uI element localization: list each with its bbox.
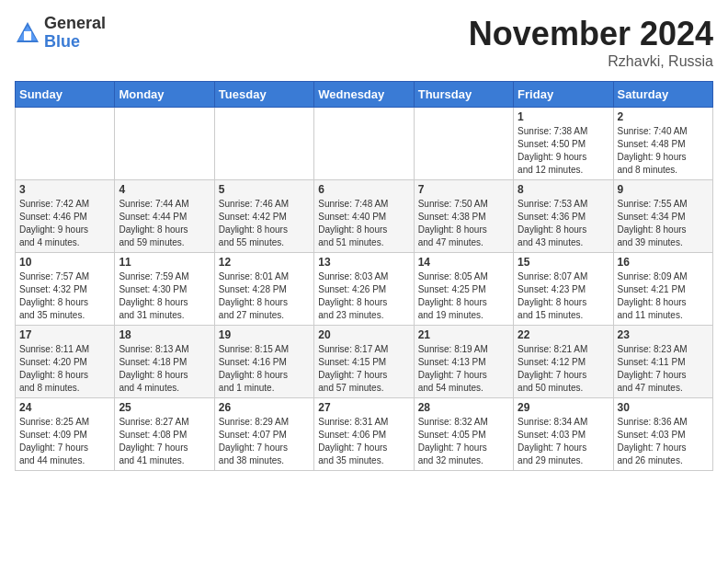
weekday-header-monday: Monday [115, 82, 214, 108]
day-number: 22 [518, 328, 609, 341]
logo-text: General Blue [44, 15, 106, 52]
day-number: 7 [418, 183, 509, 196]
week-row-5: 24Sunrise: 8:25 AM Sunset: 4:09 PM Dayli… [16, 398, 713, 471]
day-number: 19 [219, 328, 310, 341]
calendar: SundayMondayTuesdayWednesdayThursdayFrid… [15, 81, 713, 471]
day-cell: 12Sunrise: 8:01 AM Sunset: 4:28 PM Dayli… [214, 253, 313, 326]
day-number: 12 [219, 256, 310, 269]
day-number: 9 [618, 183, 709, 196]
day-number: 6 [318, 183, 409, 196]
week-row-4: 17Sunrise: 8:11 AM Sunset: 4:20 PM Dayli… [16, 326, 713, 398]
weekday-header-friday: Friday [514, 82, 613, 108]
day-number: 16 [618, 256, 709, 269]
day-info: Sunrise: 8:27 AM Sunset: 4:08 PM Dayligh… [119, 416, 210, 467]
day-number: 1 [518, 110, 609, 123]
day-number: 2 [618, 110, 709, 123]
day-number: 3 [19, 183, 110, 196]
day-info: Sunrise: 8:13 AM Sunset: 4:18 PM Dayligh… [119, 343, 210, 395]
day-cell: 2Sunrise: 7:40 AM Sunset: 4:48 PM Daylig… [613, 108, 712, 180]
day-info: Sunrise: 7:38 AM Sunset: 4:50 PM Dayligh… [518, 125, 609, 177]
day-cell: 29Sunrise: 8:34 AM Sunset: 4:03 PM Dayli… [514, 398, 613, 471]
day-cell: 19Sunrise: 8:15 AM Sunset: 4:16 PM Dayli… [214, 326, 313, 398]
day-info: Sunrise: 7:48 AM Sunset: 4:40 PM Dayligh… [318, 198, 409, 249]
day-cell: 4Sunrise: 7:44 AM Sunset: 4:44 PM Daylig… [115, 180, 214, 253]
day-number: 8 [518, 183, 609, 196]
logo-icon [15, 20, 40, 46]
logo-blue-text: Blue [44, 33, 106, 52]
day-info: Sunrise: 8:11 AM Sunset: 4:20 PM Dayligh… [19, 343, 110, 395]
day-cell: 14Sunrise: 8:05 AM Sunset: 4:25 PM Dayli… [414, 253, 513, 326]
day-number: 26 [219, 401, 310, 414]
day-info: Sunrise: 8:09 AM Sunset: 4:21 PM Dayligh… [618, 270, 709, 322]
day-info: Sunrise: 7:55 AM Sunset: 4:34 PM Dayligh… [618, 198, 709, 249]
day-info: Sunrise: 7:40 AM Sunset: 4:48 PM Dayligh… [618, 125, 709, 177]
day-number: 27 [318, 401, 409, 414]
day-cell: 13Sunrise: 8:03 AM Sunset: 4:26 PM Dayli… [314, 253, 414, 326]
weekday-header-row: SundayMondayTuesdayWednesdayThursdayFrid… [16, 82, 713, 108]
day-number: 25 [119, 401, 210, 414]
day-cell: 9Sunrise: 7:55 AM Sunset: 4:34 PM Daylig… [613, 180, 712, 253]
day-number: 10 [19, 256, 110, 269]
day-info: Sunrise: 8:15 AM Sunset: 4:16 PM Dayligh… [219, 343, 310, 395]
day-cell: 25Sunrise: 8:27 AM Sunset: 4:08 PM Dayli… [115, 398, 214, 471]
svg-rect-2 [24, 31, 31, 40]
day-number: 15 [518, 256, 609, 269]
day-info: Sunrise: 8:17 AM Sunset: 4:15 PM Dayligh… [318, 343, 409, 395]
day-number: 17 [19, 328, 110, 341]
day-info: Sunrise: 7:44 AM Sunset: 4:44 PM Dayligh… [119, 198, 210, 249]
day-cell: 24Sunrise: 8:25 AM Sunset: 4:09 PM Dayli… [16, 398, 115, 471]
day-info: Sunrise: 8:36 AM Sunset: 4:03 PM Dayligh… [618, 416, 709, 467]
day-info: Sunrise: 7:50 AM Sunset: 4:38 PM Dayligh… [418, 198, 509, 249]
day-cell: 10Sunrise: 7:57 AM Sunset: 4:32 PM Dayli… [16, 253, 115, 326]
day-number: 28 [418, 401, 509, 414]
logo: General Blue [15, 15, 106, 52]
day-info: Sunrise: 8:31 AM Sunset: 4:06 PM Dayligh… [318, 416, 409, 467]
day-info: Sunrise: 8:05 AM Sunset: 4:25 PM Dayligh… [418, 270, 509, 322]
day-cell: 22Sunrise: 8:21 AM Sunset: 4:12 PM Dayli… [514, 326, 613, 398]
weekday-header-tuesday: Tuesday [214, 82, 313, 108]
day-cell: 6Sunrise: 7:48 AM Sunset: 4:40 PM Daylig… [314, 180, 414, 253]
day-info: Sunrise: 8:01 AM Sunset: 4:28 PM Dayligh… [219, 270, 310, 322]
weekday-header-thursday: Thursday [414, 82, 513, 108]
week-row-3: 10Sunrise: 7:57 AM Sunset: 4:32 PM Dayli… [16, 253, 713, 326]
day-info: Sunrise: 8:29 AM Sunset: 4:07 PM Dayligh… [219, 416, 310, 467]
week-row-2: 3Sunrise: 7:42 AM Sunset: 4:46 PM Daylig… [16, 180, 713, 253]
day-cell: 30Sunrise: 8:36 AM Sunset: 4:03 PM Dayli… [613, 398, 712, 471]
day-cell: 1Sunrise: 7:38 AM Sunset: 4:50 PM Daylig… [514, 108, 613, 180]
day-info: Sunrise: 8:03 AM Sunset: 4:26 PM Dayligh… [318, 270, 409, 322]
weekday-header-sunday: Sunday [16, 82, 115, 108]
day-cell: 26Sunrise: 8:29 AM Sunset: 4:07 PM Dayli… [214, 398, 313, 471]
day-info: Sunrise: 8:21 AM Sunset: 4:12 PM Dayligh… [518, 343, 609, 395]
day-cell [414, 108, 513, 180]
day-cell: 18Sunrise: 8:13 AM Sunset: 4:18 PM Dayli… [115, 326, 214, 398]
location: Rzhavki, Russia [469, 53, 713, 70]
day-cell [16, 108, 115, 180]
day-info: Sunrise: 7:42 AM Sunset: 4:46 PM Dayligh… [19, 198, 110, 249]
day-number: 11 [119, 256, 210, 269]
day-number: 14 [418, 256, 509, 269]
day-cell: 27Sunrise: 8:31 AM Sunset: 4:06 PM Dayli… [314, 398, 414, 471]
day-info: Sunrise: 8:25 AM Sunset: 4:09 PM Dayligh… [19, 416, 110, 467]
day-cell: 23Sunrise: 8:23 AM Sunset: 4:11 PM Dayli… [613, 326, 712, 398]
day-number: 21 [418, 328, 509, 341]
day-info: Sunrise: 8:34 AM Sunset: 4:03 PM Dayligh… [518, 416, 609, 467]
weekday-header-saturday: Saturday [613, 82, 712, 108]
day-number: 13 [318, 256, 409, 269]
day-info: Sunrise: 8:19 AM Sunset: 4:13 PM Dayligh… [418, 343, 509, 395]
day-cell: 20Sunrise: 8:17 AM Sunset: 4:15 PM Dayli… [314, 326, 414, 398]
day-number: 24 [19, 401, 110, 414]
day-cell: 3Sunrise: 7:42 AM Sunset: 4:46 PM Daylig… [16, 180, 115, 253]
day-cell: 17Sunrise: 8:11 AM Sunset: 4:20 PM Dayli… [16, 326, 115, 398]
title-area: November 2024 Rzhavki, Russia [469, 15, 713, 70]
day-cell [214, 108, 313, 180]
day-number: 30 [618, 401, 709, 414]
day-cell: 28Sunrise: 8:32 AM Sunset: 4:05 PM Dayli… [414, 398, 513, 471]
day-number: 29 [518, 401, 609, 414]
day-info: Sunrise: 7:57 AM Sunset: 4:32 PM Dayligh… [19, 270, 110, 322]
day-info: Sunrise: 8:32 AM Sunset: 4:05 PM Dayligh… [418, 416, 509, 467]
day-info: Sunrise: 7:46 AM Sunset: 4:42 PM Dayligh… [219, 198, 310, 249]
month-title: November 2024 [469, 15, 713, 53]
week-row-1: 1Sunrise: 7:38 AM Sunset: 4:50 PM Daylig… [16, 108, 713, 180]
day-number: 18 [119, 328, 210, 341]
day-number: 4 [119, 183, 210, 196]
